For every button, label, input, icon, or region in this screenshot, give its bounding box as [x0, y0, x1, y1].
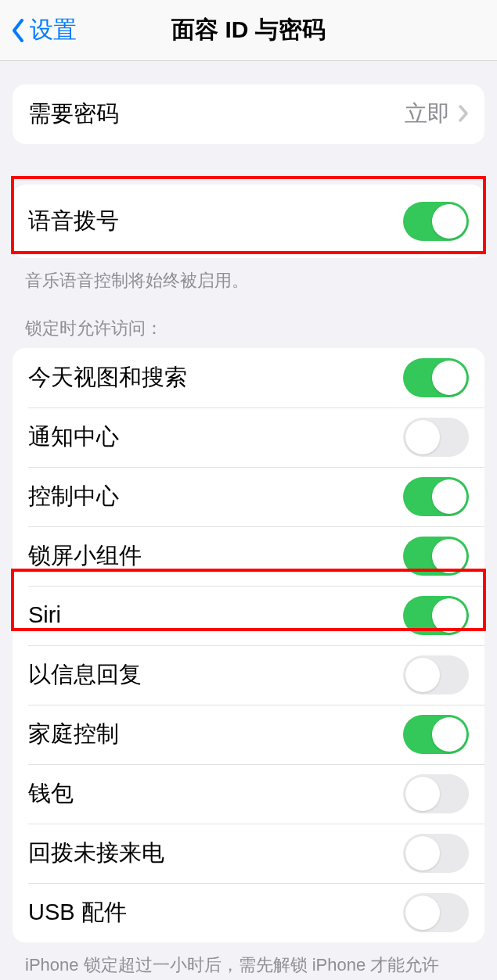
locked-access-label: 以信息回复	[28, 659, 142, 691]
locked-access-switch[interactable]	[403, 358, 469, 397]
locked-access-label: 钱包	[28, 778, 74, 809]
voice-dial-footer: 音乐语音控制将始终被启用。	[0, 258, 497, 293]
locked-access-row: 锁屏小组件	[13, 526, 484, 586]
locked-access-row: Siri	[13, 586, 484, 645]
locked-access-label: 通知中心	[28, 422, 119, 453]
locked-access-label: 锁屏小组件	[28, 540, 142, 572]
back-button[interactable]: 设置	[11, 14, 77, 46]
locked-access-switch[interactable]	[403, 596, 469, 635]
chevron-right-icon	[458, 102, 469, 127]
locked-access-row: 今天视图和搜索	[13, 348, 484, 407]
locked-access-switch[interactable]	[403, 537, 469, 576]
require-passcode-group: 需要密码 立即	[13, 84, 484, 144]
voice-dial-row: 语音拨号	[13, 185, 484, 258]
locked-access-label: Siri	[28, 602, 61, 628]
locked-access-label: 今天视图和搜索	[28, 362, 187, 393]
require-passcode-row[interactable]: 需要密码 立即	[13, 84, 484, 144]
chevron-left-icon	[11, 19, 25, 42]
locked-access-label: USB 配件	[28, 897, 127, 928]
locked-access-switch[interactable]	[403, 774, 469, 813]
locked-access-switch[interactable]	[403, 834, 469, 873]
locked-access-switch[interactable]	[403, 477, 469, 516]
locked-access-switch[interactable]	[403, 893, 469, 932]
locked-access-group: 今天视图和搜索通知中心控制中心锁屏小组件Siri以信息回复家庭控制钱包回拨未接来…	[13, 348, 484, 942]
locked-access-switch[interactable]	[403, 418, 469, 457]
locked-access-row: 家庭控制	[13, 705, 484, 764]
locked-access-switch[interactable]	[403, 715, 469, 754]
locked-access-label: 控制中心	[28, 481, 119, 512]
locked-access-row: 钱包	[13, 764, 484, 824]
voice-dial-switch[interactable]	[403, 202, 469, 241]
locked-access-header: 锁定时允许访问：	[0, 293, 497, 348]
locked-access-label: 回拨未接来电	[28, 838, 164, 869]
locked-access-row: USB 配件	[13, 883, 484, 942]
locked-access-label: 家庭控制	[28, 719, 119, 750]
require-passcode-value: 立即	[405, 99, 450, 130]
voice-dial-group: 语音拨号	[13, 185, 484, 258]
locked-access-row: 控制中心	[13, 467, 484, 526]
locked-access-footer: iPhone 锁定超过一小时后，需先解锁 iPhone 才能允许 USB 配件连…	[0, 942, 497, 980]
back-label: 设置	[30, 14, 77, 46]
locked-access-row: 以信息回复	[13, 645, 484, 705]
locked-access-row: 通知中心	[13, 407, 484, 467]
navigation-bar: 设置 面容 ID 与密码	[0, 0, 497, 61]
locked-access-row: 回拨未接来电	[13, 824, 484, 883]
locked-access-switch[interactable]	[403, 655, 469, 695]
require-passcode-label: 需要密码	[28, 99, 119, 130]
voice-dial-label: 语音拨号	[28, 206, 119, 237]
